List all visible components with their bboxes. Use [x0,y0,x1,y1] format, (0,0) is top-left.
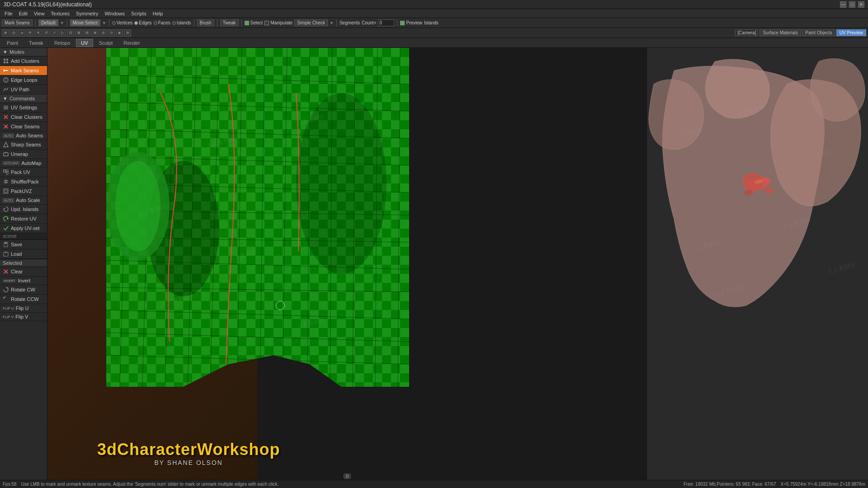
preview-islands-label: Islands [424,20,439,25]
tab-tweak[interactable]: Tweak [24,39,48,47]
select-checkbox[interactable]: Select [245,20,263,25]
tool-icon-9[interactable]: ⊡ [67,29,74,37]
svg-point-68 [296,93,387,274]
tool-icon-10[interactable]: ⊞ [75,29,82,37]
minimize-button[interactable]: — [840,1,846,8]
faces-radio[interactable]: Faces [154,20,170,25]
menu-item-windows[interactable]: Windows [102,10,127,17]
uv-preview-viewport[interactable]: 人人素材区 人人素材区 人人素材区 人人素材区 人人素材区 人人素材区 人人素材… [646,48,868,480]
commands-header[interactable]: ▼ Commands [0,94,47,103]
tab-paint[interactable]: Paint [2,39,23,47]
apply-uv-set-item[interactable]: Apply UV-set [0,224,47,233]
move-select-button[interactable]: Move Select [70,19,100,26]
pack-uv-item[interactable]: Pack UV [0,168,47,177]
flip-u-item[interactable]: FLIP U Flip U [0,304,47,313]
preview-checkbox[interactable]: Preview [400,20,422,25]
tab-retopo[interactable]: Retopo [49,39,75,47]
menu-item-scripts[interactable]: Scripts [128,10,149,17]
tool-icon-14[interactable]: ⊙ [108,29,115,37]
upd-islands-item[interactable]: Upd. Islands [0,205,47,214]
tool-icon-3[interactable]: ⌀ [18,29,25,37]
tab-sculpt[interactable]: Sculpt [94,39,118,47]
mark-seams-button[interactable]: Mark Seams [2,19,33,26]
dropdown-arrow-3[interactable]: ▼ [330,21,334,25]
flip-v-item[interactable]: FLIP V Flip V [0,313,47,321]
vertices-radio[interactable]: Vertices [112,20,133,25]
toolbar-separator-3 [109,19,109,27]
mark-seams-label: Mark Seams [11,68,39,73]
clear-sel-item[interactable]: Clear [0,267,47,277]
packuvz-item[interactable]: PackUVZ [0,187,47,196]
surface-materials-button[interactable]: Surface Materials [760,29,801,36]
toolbar-separator-7 [336,19,337,27]
svg-marker-27 [6,218,8,220]
islands-radio[interactable]: Islands [172,20,191,25]
tool-icon-15[interactable]: ◈ [116,29,123,37]
mark-seams-item[interactable]: Mark Seams [0,66,47,75]
modes-header[interactable]: ▼ Modes [0,48,47,56]
flip-u-badge: FLIP U [3,306,14,310]
auto-seams-item[interactable]: AUTO Auto Seams [0,131,47,140]
auto-scale-item[interactable]: AUTO Auto Scale [0,196,47,205]
menu-item-file[interactable]: File [2,10,15,17]
tool-icon-8[interactable]: ▷ [59,29,66,37]
auto-scale-badge: AUTO [3,198,14,202]
restore-uv-item[interactable]: Restore UV [0,214,47,224]
tool-icon-16[interactable]: ⊚ [124,29,131,37]
tool-icon-5[interactable]: ✕ [34,29,42,37]
title-bar-controls: — □ ✕ [840,1,864,8]
tool-icon-4[interactable]: ⟳ [26,29,33,37]
uv-path-item[interactable]: UV Path [0,85,47,94]
maximize-button[interactable]: □ [849,1,855,8]
dropdown-arrow-2[interactable]: ▼ [102,21,106,25]
default-button[interactable]: Default [38,19,58,26]
tab-uv[interactable]: UV [76,39,93,47]
uv-settings-item[interactable]: UV Settings [0,103,47,113]
tool-icon-1[interactable]: ⊕ [2,29,9,37]
simple-check-button[interactable]: Simple Check [294,19,328,26]
invert-item[interactable]: INVERT Invert [0,277,47,285]
clear-clusters-item[interactable]: Clear Clusters [0,113,47,122]
tool-icon-11[interactable]: ⊟ [83,29,90,37]
viewport-area: 人人素材区 人人素材区 人人素材区 人人素材区 人人素材区 人人素材区 人人素材… [47,48,868,480]
count-input[interactable] [378,19,394,26]
tweak-button[interactable]: Tweak [220,19,239,26]
close-button[interactable]: ✕ [858,1,864,8]
tab-render[interactable]: Render [118,39,145,47]
brush-button[interactable]: Brush [197,19,214,26]
edges-dot [134,21,138,25]
clear-seams-item[interactable]: Clear Seams [0,122,47,131]
menu-item-edit[interactable]: Edit [16,10,30,17]
menu-item-symmetry[interactable]: Symmetry [73,10,101,17]
dropdown-arrow[interactable]: ▼ [60,21,64,25]
manipulate-checkbox[interactable]: Manipulate [264,20,292,25]
edge-loops-item[interactable]: Edge Loops [0,75,47,85]
shuffle-pack-item[interactable]: Shuffle/Pack [0,177,47,187]
tool-icon-7[interactable]: ⤢ [51,29,58,37]
uv-preview-button[interactable]: UV Preview [836,29,866,36]
add-clusters-item[interactable]: Add Clusters [0,56,47,66]
menu-item-help[interactable]: Help [150,10,166,17]
camera-dropdown[interactable]: [Camera] [735,29,758,36]
apply-uv-label: Apply UV-set [11,225,40,231]
automap-item[interactable]: AUTO MAP AutoMap [0,159,47,168]
load-item[interactable]: Load [0,249,47,259]
3d-viewport[interactable]: 人人素材区 人人素材区 人人素材区 人人素材区 人人素材区 人人素材区 人人素材… [47,48,646,480]
rotate-ccw-label: Rotate CCW [11,296,39,302]
tool-icon-12[interactable]: ⊕ [91,29,99,37]
menu-item-textures[interactable]: Textures [48,10,72,17]
sharp-seams-item[interactable]: Sharp Seams [0,140,47,150]
tool-icon-2[interactable]: ◎ [10,29,17,37]
save-item[interactable]: Save [0,240,47,249]
paint-objects-button[interactable]: Paint Objects [802,29,835,36]
svg-rect-30 [4,253,8,256]
rotate-ccw-item[interactable]: Rotate CCW [0,295,47,304]
right-view-buttons: Surface Materials Paint Objects UV Previ… [760,29,866,36]
tool-icon-13[interactable]: ⊘ [99,29,107,37]
rotate-cw-item[interactable]: Rotate CW [0,285,47,295]
tool-icon-6[interactable]: ↺ [42,29,50,37]
menu-item-view[interactable]: View [31,10,47,17]
unwrap-item[interactable]: Unwrap [0,150,47,159]
edges-radio[interactable]: Edges [134,20,151,25]
settings-icon [3,104,9,111]
